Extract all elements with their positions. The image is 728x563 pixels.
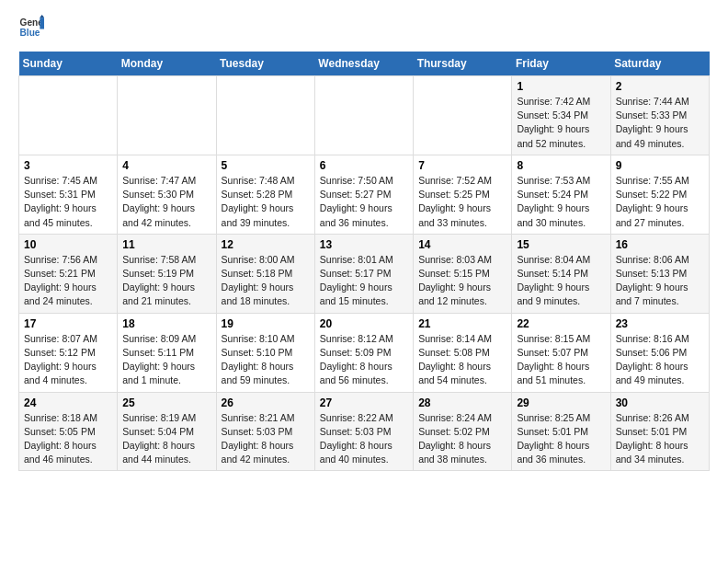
calendar-cell: 16Sunrise: 8:06 AM Sunset: 5:13 PM Dayli… xyxy=(610,234,709,313)
calendar-cell xyxy=(19,76,118,155)
day-number: 29 xyxy=(517,396,605,409)
day-number: 5 xyxy=(222,159,310,172)
day-number: 26 xyxy=(222,396,310,409)
calendar-cell xyxy=(216,76,314,155)
day-number: 14 xyxy=(418,238,506,251)
calendar-cell: 3Sunrise: 7:45 AM Sunset: 5:31 PM Daylig… xyxy=(19,155,118,234)
day-detail: Sunrise: 7:58 AM Sunset: 5:19 PM Dayligh… xyxy=(122,253,210,309)
calendar-cell: 15Sunrise: 8:04 AM Sunset: 5:14 PM Dayli… xyxy=(512,234,610,313)
logo-icon: General Blue xyxy=(18,15,44,40)
calendar-week-row: 17Sunrise: 8:07 AM Sunset: 5:12 PM Dayli… xyxy=(19,313,710,392)
day-detail: Sunrise: 8:21 AM Sunset: 5:03 PM Dayligh… xyxy=(222,411,310,467)
calendar-week-row: 10Sunrise: 7:56 AM Sunset: 5:21 PM Dayli… xyxy=(19,234,710,313)
calendar-cell: 26Sunrise: 8:21 AM Sunset: 5:03 PM Dayli… xyxy=(216,392,314,471)
day-of-week-header: Monday xyxy=(118,52,216,76)
day-number: 10 xyxy=(24,238,112,251)
day-detail: Sunrise: 8:04 AM Sunset: 5:14 PM Dayligh… xyxy=(517,253,605,309)
calendar-cell: 14Sunrise: 8:03 AM Sunset: 5:15 PM Dayli… xyxy=(414,234,512,313)
day-detail: Sunrise: 8:10 AM Sunset: 5:10 PM Dayligh… xyxy=(222,332,310,388)
calendar-cell: 28Sunrise: 8:24 AM Sunset: 5:02 PM Dayli… xyxy=(414,392,512,471)
day-number: 22 xyxy=(517,317,605,330)
calendar-cell: 30Sunrise: 8:26 AM Sunset: 5:01 PM Dayli… xyxy=(610,392,709,471)
day-number: 4 xyxy=(122,159,210,172)
day-number: 18 xyxy=(122,317,210,330)
day-of-week-header: Thursday xyxy=(414,52,512,76)
calendar-body: 1Sunrise: 7:42 AM Sunset: 5:34 PM Daylig… xyxy=(19,76,710,471)
calendar-cell: 12Sunrise: 8:00 AM Sunset: 5:18 PM Dayli… xyxy=(216,234,314,313)
calendar-cell: 24Sunrise: 8:18 AM Sunset: 5:05 PM Dayli… xyxy=(19,392,118,471)
calendar-cell: 8Sunrise: 7:53 AM Sunset: 5:24 PM Daylig… xyxy=(512,155,610,234)
day-detail: Sunrise: 8:16 AM Sunset: 5:06 PM Dayligh… xyxy=(616,332,704,388)
day-detail: Sunrise: 7:50 AM Sunset: 5:27 PM Dayligh… xyxy=(320,174,408,230)
day-of-week-header: Wednesday xyxy=(314,52,413,76)
day-detail: Sunrise: 7:53 AM Sunset: 5:24 PM Dayligh… xyxy=(517,174,605,230)
day-detail: Sunrise: 8:01 AM Sunset: 5:17 PM Dayligh… xyxy=(320,253,408,309)
day-detail: Sunrise: 7:55 AM Sunset: 5:22 PM Dayligh… xyxy=(616,174,704,230)
day-detail: Sunrise: 8:00 AM Sunset: 5:18 PM Dayligh… xyxy=(222,253,310,309)
logo: General Blue xyxy=(18,15,44,40)
calendar-cell: 18Sunrise: 8:09 AM Sunset: 5:11 PM Dayli… xyxy=(118,313,216,392)
calendar-cell: 7Sunrise: 7:52 AM Sunset: 5:25 PM Daylig… xyxy=(414,155,512,234)
calendar-cell: 23Sunrise: 8:16 AM Sunset: 5:06 PM Dayli… xyxy=(610,313,709,392)
calendar-cell: 5Sunrise: 7:48 AM Sunset: 5:28 PM Daylig… xyxy=(216,155,314,234)
day-number: 16 xyxy=(616,238,704,251)
day-detail: Sunrise: 7:56 AM Sunset: 5:21 PM Dayligh… xyxy=(24,253,112,309)
day-number: 6 xyxy=(320,159,408,172)
day-number: 27 xyxy=(320,396,408,409)
calendar-cell xyxy=(118,76,216,155)
day-detail: Sunrise: 7:52 AM Sunset: 5:25 PM Dayligh… xyxy=(418,174,506,230)
calendar-cell: 27Sunrise: 8:22 AM Sunset: 5:03 PM Dayli… xyxy=(314,392,413,471)
day-detail: Sunrise: 8:18 AM Sunset: 5:05 PM Dayligh… xyxy=(24,411,112,467)
day-detail: Sunrise: 8:22 AM Sunset: 5:03 PM Dayligh… xyxy=(320,411,408,467)
day-detail: Sunrise: 8:12 AM Sunset: 5:09 PM Dayligh… xyxy=(320,332,408,388)
calendar-week-row: 3Sunrise: 7:45 AM Sunset: 5:31 PM Daylig… xyxy=(19,155,710,234)
calendar-cell: 21Sunrise: 8:14 AM Sunset: 5:08 PM Dayli… xyxy=(414,313,512,392)
day-number: 9 xyxy=(616,159,704,172)
calendar-cell: 1Sunrise: 7:42 AM Sunset: 5:34 PM Daylig… xyxy=(512,76,610,155)
page-header: General Blue xyxy=(18,15,710,40)
calendar-cell: 17Sunrise: 8:07 AM Sunset: 5:12 PM Dayli… xyxy=(19,313,118,392)
svg-marker-2 xyxy=(40,17,44,29)
calendar-header-row: SundayMondayTuesdayWednesdayThursdayFrid… xyxy=(19,52,710,76)
day-number: 23 xyxy=(616,317,704,330)
day-number: 3 xyxy=(24,159,112,172)
day-number: 1 xyxy=(517,80,605,93)
calendar-cell: 13Sunrise: 8:01 AM Sunset: 5:17 PM Dayli… xyxy=(314,234,413,313)
day-of-week-header: Tuesday xyxy=(216,52,314,76)
calendar-cell: 9Sunrise: 7:55 AM Sunset: 5:22 PM Daylig… xyxy=(610,155,709,234)
day-number: 15 xyxy=(517,238,605,251)
day-number: 19 xyxy=(222,317,310,330)
day-detail: Sunrise: 8:25 AM Sunset: 5:01 PM Dayligh… xyxy=(517,411,605,467)
day-number: 12 xyxy=(222,238,310,251)
calendar-cell: 4Sunrise: 7:47 AM Sunset: 5:30 PM Daylig… xyxy=(118,155,216,234)
calendar-cell: 19Sunrise: 8:10 AM Sunset: 5:10 PM Dayli… xyxy=(216,313,314,392)
calendar-cell xyxy=(414,76,512,155)
day-number: 17 xyxy=(24,317,112,330)
day-number: 21 xyxy=(418,317,506,330)
day-detail: Sunrise: 7:42 AM Sunset: 5:34 PM Dayligh… xyxy=(517,95,605,151)
day-number: 11 xyxy=(122,238,210,251)
calendar-cell: 20Sunrise: 8:12 AM Sunset: 5:09 PM Dayli… xyxy=(314,313,413,392)
svg-marker-3 xyxy=(40,15,44,17)
calendar-cell: 6Sunrise: 7:50 AM Sunset: 5:27 PM Daylig… xyxy=(314,155,413,234)
day-number: 28 xyxy=(418,396,506,409)
day-detail: Sunrise: 8:14 AM Sunset: 5:08 PM Dayligh… xyxy=(418,332,506,388)
day-number: 20 xyxy=(320,317,408,330)
day-detail: Sunrise: 7:47 AM Sunset: 5:30 PM Dayligh… xyxy=(122,174,210,230)
day-detail: Sunrise: 8:24 AM Sunset: 5:02 PM Dayligh… xyxy=(418,411,506,467)
calendar-cell xyxy=(314,76,413,155)
day-number: 30 xyxy=(616,396,704,409)
day-detail: Sunrise: 8:26 AM Sunset: 5:01 PM Dayligh… xyxy=(616,411,704,467)
calendar-table: SundayMondayTuesdayWednesdayThursdayFrid… xyxy=(18,52,710,471)
calendar-week-row: 24Sunrise: 8:18 AM Sunset: 5:05 PM Dayli… xyxy=(19,392,710,471)
day-of-week-header: Sunday xyxy=(19,52,118,76)
day-number: 13 xyxy=(320,238,408,251)
calendar-cell: 25Sunrise: 8:19 AM Sunset: 5:04 PM Dayli… xyxy=(118,392,216,471)
calendar-cell: 10Sunrise: 7:56 AM Sunset: 5:21 PM Dayli… xyxy=(19,234,118,313)
calendar-cell: 2Sunrise: 7:44 AM Sunset: 5:33 PM Daylig… xyxy=(610,76,709,155)
day-detail: Sunrise: 8:19 AM Sunset: 5:04 PM Dayligh… xyxy=(122,411,210,467)
calendar-cell: 11Sunrise: 7:58 AM Sunset: 5:19 PM Dayli… xyxy=(118,234,216,313)
day-of-week-header: Saturday xyxy=(610,52,709,76)
day-detail: Sunrise: 8:09 AM Sunset: 5:11 PM Dayligh… xyxy=(122,332,210,388)
day-number: 25 xyxy=(122,396,210,409)
